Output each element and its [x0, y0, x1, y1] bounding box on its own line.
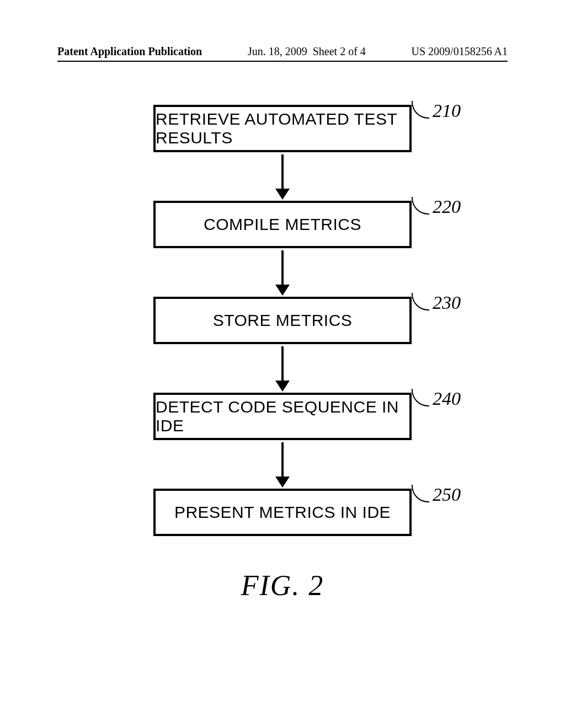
reference-connector: 230: [412, 304, 461, 313]
step-box: COMPILE METRICS: [153, 201, 412, 248]
flow-step: PRESENT METRICS IN IDE 250: [153, 489, 412, 536]
step-label: STORE METRICS: [213, 311, 353, 330]
flowchart: RETRIEVE AUTOMATED TEST RESULTS 210 COMP…: [0, 105, 565, 536]
leader-line: [412, 197, 429, 215]
reference-number: 220: [429, 196, 461, 217]
reference-connector: 220: [412, 208, 461, 217]
leader-line: [412, 389, 429, 406]
flow-step: RETRIEVE AUTOMATED TEST RESULTS 210: [153, 105, 412, 152]
leader-line: [412, 101, 429, 119]
flow-arrow: [275, 442, 290, 488]
arrow-shaft: [281, 442, 284, 478]
flow-step: DETECT CODE SEQUENCE IN IDE 240: [153, 393, 412, 440]
step-label: COMPILE METRICS: [204, 215, 361, 234]
flow-arrow: [275, 250, 290, 296]
leader-line: [412, 485, 429, 502]
reference-number: 250: [429, 484, 461, 505]
flow-step: COMPILE METRICS 220: [153, 201, 412, 248]
header-divider: [57, 61, 508, 62]
flow-step: STORE METRICS 230: [153, 297, 412, 344]
step-label: RETRIEVE AUTOMATED TEST RESULTS: [156, 110, 409, 147]
step-box: RETRIEVE AUTOMATED TEST RESULTS: [153, 105, 412, 152]
arrow-shaft: [281, 250, 284, 286]
arrow-head-icon: [275, 477, 290, 488]
publication-type: Patent Application Publication: [57, 45, 202, 58]
reference-connector: 240: [412, 400, 461, 409]
arrow-head-icon: [275, 285, 290, 296]
publication-date: Jun. 18, 2009 Sheet 2 of 4: [248, 45, 366, 58]
arrow-head-icon: [275, 381, 290, 392]
flowchart-figure: RETRIEVE AUTOMATED TEST RESULTS 210 COMP…: [0, 105, 565, 602]
step-label: PRESENT METRICS IN IDE: [174, 503, 391, 522]
reference-connector: 250: [412, 496, 461, 505]
patent-page: Patent Application Publication Jun. 18, …: [0, 0, 565, 728]
figure-caption: FIG. 2: [0, 569, 565, 602]
flow-arrow: [275, 346, 290, 392]
reference-number: 210: [429, 100, 461, 121]
flow-arrow: [275, 154, 290, 200]
step-box: DETECT CODE SEQUENCE IN IDE: [153, 393, 412, 440]
step-box: STORE METRICS: [153, 297, 412, 344]
page-header: Patent Application Publication Jun. 18, …: [57, 45, 508, 58]
reference-connector: 210: [412, 113, 461, 121]
sheet-text: Sheet 2 of 4: [313, 45, 366, 57]
date-text: Jun. 18, 2009: [248, 45, 307, 57]
step-box: PRESENT METRICS IN IDE: [153, 489, 412, 536]
step-label: DETECT CODE SEQUENCE IN IDE: [156, 398, 409, 435]
arrow-shaft: [281, 154, 284, 190]
arrow-head-icon: [275, 189, 290, 200]
publication-number: US 2009/0158256 A1: [412, 45, 508, 58]
leader-line: [412, 293, 429, 311]
arrow-shaft: [281, 346, 284, 382]
reference-number: 230: [429, 292, 461, 313]
reference-number: 240: [429, 388, 461, 409]
